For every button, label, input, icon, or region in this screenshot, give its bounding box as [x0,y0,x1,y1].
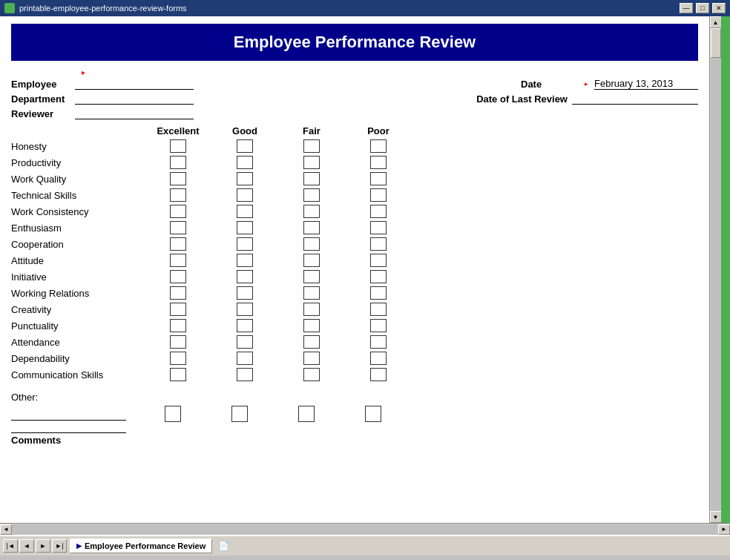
other-good-cell [206,406,273,422]
other-good-checkbox[interactable] [231,406,248,422]
rating-row: Punctuality [11,317,698,334]
excellent-checkbox[interactable] [170,270,186,283]
poor-checkbox[interactable] [370,139,387,153]
fair-checkbox[interactable] [303,205,320,218]
fair-checkbox[interactable] [303,237,320,251]
department-input[interactable] [75,93,194,105]
good-checkbox[interactable] [237,254,253,267]
good-checkbox[interactable] [237,270,253,283]
fair-checkbox[interactable] [303,335,320,349]
vertical-scrollbar[interactable]: ▲ ▼ [709,16,721,523]
active-sheet-tab[interactable]: ▶ Employee Performance Review [70,538,212,553]
poor-checkbox[interactable] [370,172,387,185]
reviewer-row: Reviewer [11,108,194,119]
poor-checkbox[interactable] [370,368,387,381]
excellent-checkbox[interactable] [170,139,186,153]
good-checkbox[interactable] [237,139,253,153]
excellent-checkbox[interactable] [170,188,186,202]
excellent-cell [145,205,211,218]
poor-checkbox[interactable] [370,352,387,365]
fair-checkbox[interactable] [303,254,320,267]
good-cell [211,237,278,251]
good-checkbox[interactable] [237,156,253,169]
good-checkbox[interactable] [237,319,253,332]
excellent-checkbox[interactable] [170,286,186,300]
other-input[interactable] [11,407,126,421]
good-checkbox[interactable] [237,368,253,381]
poor-checkbox[interactable] [370,188,387,202]
excellent-checkbox[interactable] [170,221,186,234]
good-checkbox[interactable] [237,221,253,234]
poor-checkbox[interactable] [370,270,387,283]
good-checkbox[interactable] [237,286,253,300]
next-sheet-button[interactable]: ► [36,539,50,553]
excellent-checkbox[interactable] [170,335,186,349]
excellent-checkbox[interactable] [170,205,186,218]
poor-checkbox[interactable] [370,254,387,267]
excellent-checkbox[interactable] [170,368,186,381]
other-poor-checkbox[interactable] [365,406,381,422]
criterion-label: Working Relations [11,288,145,299]
fair-checkbox[interactable] [303,188,320,202]
scroll-thumb[interactable] [711,28,721,58]
other-fair-checkbox[interactable] [298,406,315,422]
excellent-cell [145,139,211,153]
comments-underline [11,432,126,433]
poor-checkbox[interactable] [370,205,387,218]
good-checkbox[interactable] [237,188,253,202]
reviewer-input[interactable] [75,108,194,119]
poor-checkbox[interactable] [370,237,387,251]
excellent-checkbox[interactable] [170,254,186,267]
fair-checkbox[interactable] [303,156,320,169]
maximize-button[interactable]: □ [696,3,709,13]
excellent-checkbox[interactable] [170,172,186,185]
good-checkbox[interactable] [237,303,253,316]
other-excellent-checkbox[interactable] [165,406,181,422]
date-last-review-input[interactable] [572,93,698,105]
fair-checkbox[interactable] [303,286,320,300]
scroll-left-button[interactable]: ◄ [0,524,12,535]
criterion-label: Cooperation [11,239,145,250]
fair-checkbox[interactable] [303,139,320,153]
excellent-checkbox[interactable] [170,319,186,332]
fair-cell [278,172,345,185]
fair-checkbox[interactable] [303,303,320,316]
fair-checkbox[interactable] [303,172,320,185]
last-sheet-button[interactable]: ►| [52,539,67,553]
scroll-up-button[interactable]: ▲ [710,16,722,28]
sheet-icon-area: 📄 [218,541,229,551]
poor-checkbox[interactable] [370,156,387,169]
good-checkbox[interactable] [237,352,253,365]
first-sheet-button[interactable]: |◄ [3,539,18,553]
excellent-checkbox[interactable] [170,352,186,365]
prev-sheet-button[interactable]: ◄ [19,539,34,553]
date-value[interactable]: February 13, 2013 [594,78,698,90]
scroll-right-button[interactable]: ► [718,524,730,535]
good-checkbox[interactable] [237,237,253,251]
poor-checkbox[interactable] [370,319,387,332]
minimize-button[interactable]: — [680,3,693,13]
excellent-checkbox[interactable] [170,303,186,316]
date-label: Date [521,79,580,90]
fair-checkbox[interactable] [303,270,320,283]
scroll-down-button[interactable]: ▼ [710,511,722,523]
employee-input[interactable] [75,78,194,90]
good-cell [211,139,278,153]
close-button[interactable]: ✕ [712,3,726,13]
rating-table: HonestyProductivityWork QualityTechnical… [11,138,698,383]
checkbox-group [145,286,698,300]
good-checkbox[interactable] [237,172,253,185]
good-checkbox[interactable] [237,335,253,349]
poor-checkbox[interactable] [370,303,387,316]
fair-checkbox[interactable] [303,368,320,381]
good-checkbox[interactable] [237,205,253,218]
fair-checkbox[interactable] [303,221,320,234]
poor-checkbox[interactable] [370,286,387,300]
fair-checkbox[interactable] [303,352,320,365]
excellent-checkbox[interactable] [170,237,186,251]
poor-checkbox[interactable] [370,335,387,349]
excellent-checkbox[interactable] [170,156,186,169]
fair-checkbox[interactable] [303,319,320,332]
excellent-cell [145,303,211,316]
poor-checkbox[interactable] [370,221,387,234]
